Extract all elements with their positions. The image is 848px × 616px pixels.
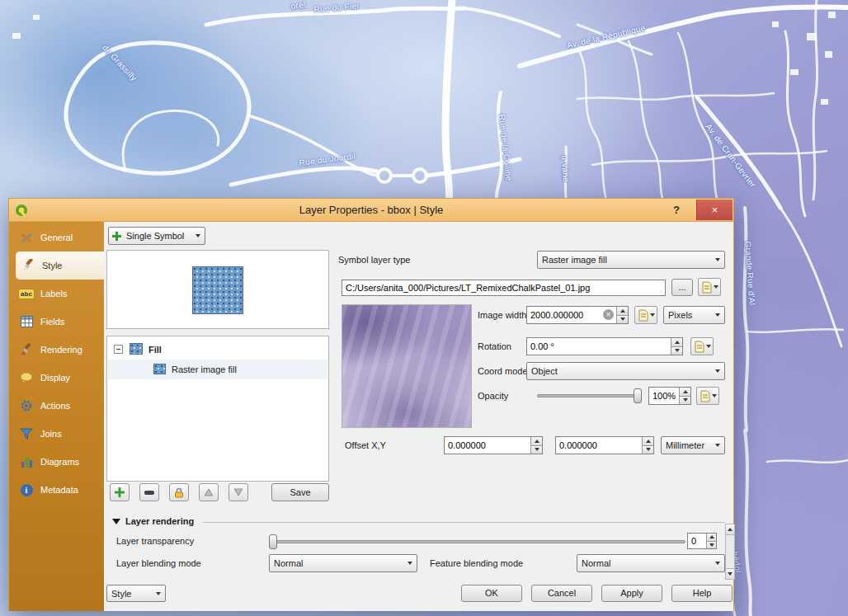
offset-y-field[interactable] (555, 436, 654, 454)
sidebar-item-label: General (40, 233, 73, 242)
chevron-down-icon (650, 313, 655, 317)
image-width-field[interactable]: × (526, 306, 629, 324)
rotation-field[interactable] (526, 337, 683, 355)
chevron-down-icon (403, 562, 417, 565)
speech-bubble-icon (19, 370, 34, 385)
data-defined-override-path-button[interactable] (698, 278, 721, 296)
browse-button[interactable]: ... (671, 279, 693, 296)
transparency-slider-handle[interactable] (269, 534, 277, 549)
data-defined-override-width-button[interactable] (634, 306, 657, 324)
style-menu-button[interactable]: Style (106, 585, 166, 602)
sidebar-item-label: Rendering (40, 345, 82, 355)
paint-roller-icon (19, 342, 34, 357)
symbol-layer-tree: Fill Raster image fill (106, 336, 329, 482)
plus-icon (115, 487, 125, 497)
coord-mode-value: Object (527, 366, 711, 376)
image-path-field[interactable] (342, 280, 666, 296)
layer-blending-combo[interactable]: Normal (269, 554, 417, 572)
move-up-button[interactable] (199, 483, 219, 501)
tree-item-fill[interactable]: Fill (148, 345, 162, 355)
close-icon: × (712, 204, 718, 216)
opacity-spinner[interactable] (679, 388, 690, 404)
layer-transparency-field[interactable] (687, 533, 717, 549)
renderer-combo-value: Single Symbol (122, 231, 191, 241)
arrow-down-icon (233, 488, 243, 496)
sidebar-item-joins[interactable]: Joins (9, 420, 104, 448)
feature-blending-value: Normal (577, 558, 711, 568)
image-width-unit-combo[interactable]: Pixels (663, 306, 725, 324)
renderer-combo[interactable]: Single Symbol (108, 227, 205, 245)
map-road-label: u Vane (560, 155, 571, 182)
scroll-down-icon[interactable] (726, 568, 734, 579)
info-icon: i (19, 482, 34, 497)
feature-blending-combo[interactable]: Normal (577, 554, 725, 572)
titlebar[interactable]: Layer Properties - bbox | Style ? × (9, 199, 733, 222)
help-button[interactable]: Help (671, 585, 733, 602)
sidebar-item-label: Joins (40, 429, 62, 439)
tree-expander-icon[interactable] (114, 345, 123, 354)
sidebar-item-label: Fields (40, 317, 64, 327)
sidebar-item-style[interactable]: Style (16, 252, 104, 280)
data-defined-override-rotation-button[interactable] (690, 337, 714, 355)
opacity-field[interactable] (648, 387, 691, 405)
sidebar-item-diagrams[interactable]: Diagrams (9, 448, 104, 476)
sidebar-item-metadata[interactable]: i Metadata (9, 476, 104, 504)
opacity-slider[interactable] (537, 388, 642, 403)
sidebar-item-display[interactable]: Display (9, 364, 104, 392)
arrow-up-icon (204, 488, 214, 496)
coord-mode-combo[interactable]: Object (526, 362, 725, 380)
coord-mode-label: Coord mode (478, 366, 528, 376)
transparency-spinner[interactable] (706, 534, 716, 548)
symbol-preview-swatch (192, 266, 243, 314)
remove-symbol-layer-button[interactable] (139, 483, 159, 501)
data-defined-icon (694, 341, 705, 353)
add-symbol-layer-button[interactable] (110, 483, 130, 501)
style-page: Single Symbol Fill Raster image fill (104, 222, 733, 611)
offset-x-spinner[interactable] (530, 437, 542, 454)
sidebar-item-rendering[interactable]: Rendering (9, 336, 104, 364)
offset-unit-combo[interactable]: Millimeter (661, 436, 725, 454)
tree-item-raster-image-fill[interactable]: Raster image fill (172, 364, 237, 374)
clear-value-icon[interactable]: × (603, 309, 614, 320)
layer-transparency-slider[interactable] (269, 534, 685, 549)
table-icon (19, 314, 34, 329)
apply-button[interactable]: Apply (601, 585, 662, 602)
chevron-down-icon (711, 562, 724, 565)
offset-x-field[interactable] (444, 436, 543, 454)
opacity-slider-handle[interactable] (634, 388, 642, 403)
move-down-button[interactable] (228, 483, 248, 501)
scroll-up-icon[interactable] (726, 524, 734, 535)
cancel-button[interactable]: Cancel (531, 585, 592, 602)
symbol-layer-type-combo[interactable]: Raster image fill (537, 251, 725, 269)
tools-icon (19, 230, 34, 245)
close-button[interactable]: × (696, 200, 733, 220)
data-defined-override-opacity-button[interactable] (696, 387, 719, 405)
sidebar-item-label: Style (42, 261, 62, 270)
chevron-down-icon (706, 345, 711, 348)
desktop: orel Rue du Fier Av. de la République Ru… (0, 0, 848, 616)
bar-chart-icon (19, 454, 34, 469)
sidebar-item-actions[interactable]: Actions (9, 392, 104, 420)
vertical-scrollbar[interactable] (725, 524, 735, 580)
titlebar-help-button[interactable]: ? (666, 201, 687, 219)
sidebar-item-labels[interactable]: abc Labels (9, 280, 104, 308)
chevron-down-icon (711, 444, 724, 447)
window-title: Layer Properties - bbox | Style (9, 204, 733, 216)
ok-button[interactable]: OK (461, 585, 522, 602)
section-divider (203, 522, 725, 523)
image-width-spinner[interactable] (616, 307, 628, 323)
lock-color-button[interactable] (169, 483, 189, 501)
sidebar-item-general[interactable]: General (9, 223, 104, 252)
offset-label: Offset X,Y (345, 440, 386, 450)
sidebar-item-label: Actions (40, 401, 70, 411)
single-symbol-icon (111, 228, 122, 243)
rotation-spinner[interactable] (671, 338, 682, 355)
sidebar-item-fields[interactable]: Fields (9, 308, 104, 336)
chevron-down-icon (711, 258, 724, 261)
data-defined-icon (700, 390, 711, 402)
save-symbol-button[interactable]: Save (271, 483, 329, 501)
sidebar-item-label: Metadata (40, 485, 78, 495)
collapse-arrow-icon[interactable] (112, 519, 120, 524)
offset-y-spinner[interactable] (642, 437, 653, 454)
opacity-label: Opacity (478, 391, 508, 401)
